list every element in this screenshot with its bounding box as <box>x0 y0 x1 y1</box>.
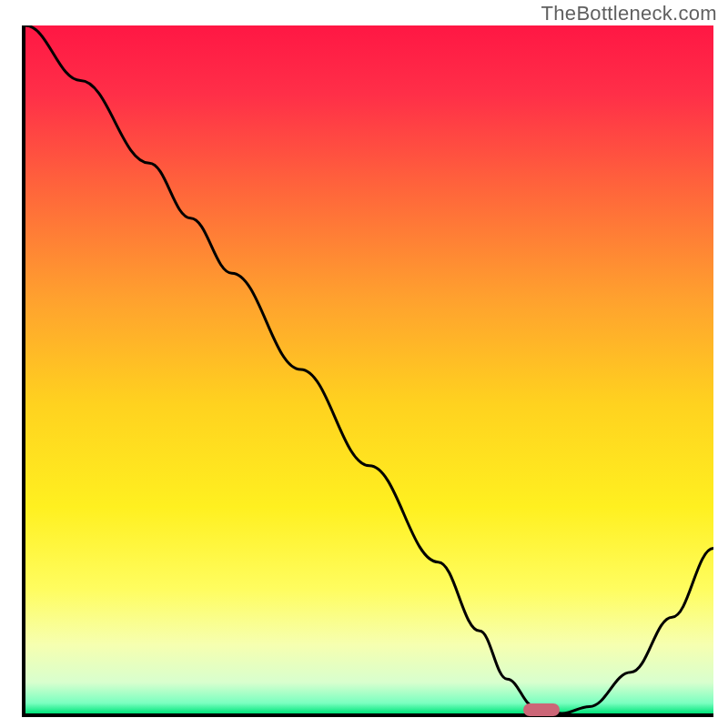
optimal-marker <box>523 703 560 716</box>
background-gradient <box>25 25 713 713</box>
svg-rect-0 <box>25 25 713 713</box>
plot-area <box>22 25 713 717</box>
watermark-text: TheBottleneck.com <box>541 2 717 25</box>
